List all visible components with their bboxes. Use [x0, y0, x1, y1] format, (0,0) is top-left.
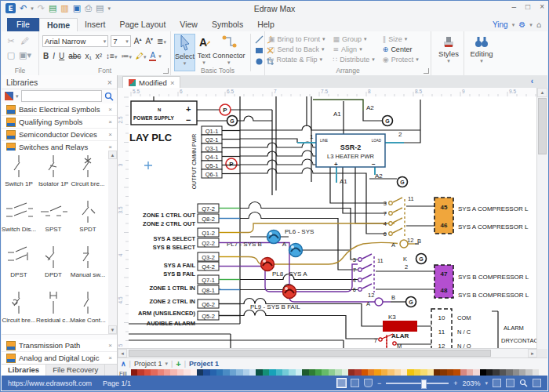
collapse-panel-icon[interactable]: ‹ — [531, 77, 533, 85]
symbol-partial[interactable] — [71, 332, 105, 335]
alarm-relay-box[interactable] — [383, 321, 417, 332]
library-search-input[interactable] — [21, 90, 102, 102]
font-dialog-launcher-icon[interactable] — [163, 68, 169, 74]
paste-icon[interactable]: ▢ — [7, 50, 15, 60]
symbol-isolator-1p[interactable]: Isolator 1P — [36, 151, 71, 196]
bullets-button[interactable]: ≔▾ — [120, 52, 133, 60]
font-size-select[interactable]: 7▾ — [111, 35, 131, 47]
horizontal-scrollbar[interactable]: ◄ ► — [118, 348, 537, 358]
tab-file[interactable]: File — [7, 18, 39, 31]
symbol-make-cont-[interactable]: Make Cont... — [71, 287, 105, 332]
page-tab[interactable]: Project 1 — [189, 360, 219, 368]
library-item-analog-and-digital-logic[interactable]: Analog and Digital Logic× — [2, 352, 117, 365]
page-selector[interactable]: Project 1 — [134, 360, 162, 368]
library-close-icon[interactable]: × — [108, 354, 112, 361]
symbol-partial[interactable] — [36, 332, 71, 335]
arrange-protect[interactable]: ◉Protect▾ — [383, 56, 419, 64]
libraries-close-icon[interactable]: × — [107, 78, 112, 87]
view-presentation-icon[interactable] — [364, 379, 373, 387]
pages-icon[interactable] — [506, 379, 514, 387]
tab-home[interactable]: Home — [39, 18, 78, 31]
scroll-right-icon[interactable]: ► — [528, 349, 537, 358]
document-tab[interactable]: Modified × — [122, 76, 180, 89]
superscript-button[interactable]: x² — [95, 52, 103, 60]
document-close-icon[interactable]: × — [170, 78, 175, 87]
page-selector-dropdown-icon[interactable]: ▾ — [165, 361, 168, 367]
arrange-size[interactable]: ∥Size▾ — [383, 35, 419, 43]
line-spacing-button[interactable]: ↕≡▾ — [105, 52, 118, 60]
library-item-semiconductor-devices[interactable]: Semiconductor Devices× — [2, 129, 117, 141]
shrink-font-button[interactable]: A▾ — [144, 36, 154, 45]
gear-icon[interactable]: ⚙ — [518, 20, 525, 29]
zoom-out-button[interactable]: − — [377, 379, 381, 387]
tab-help[interactable]: Help — [250, 18, 282, 31]
maximize-button[interactable]: □ — [525, 2, 530, 11]
line-shape-icon[interactable] — [255, 35, 264, 44]
user-dropdown-icon[interactable]: ▾ — [512, 22, 515, 28]
highlight-button[interactable]: 🖍▾ — [135, 52, 147, 60]
library-item-basic-electrical-symbols[interactable]: Basic Electrical Symbols× — [2, 103, 117, 116]
symbol-manual-sw-[interactable]: Manual sw... — [71, 241, 105, 287]
library-close-icon[interactable]: × — [108, 143, 112, 151]
text-tool-button[interactable]: A Text▾ — [197, 34, 211, 70]
symbols-scrollbar[interactable]: ▲ ▼ — [108, 151, 117, 334]
arrange-dialog-launcher-icon[interactable] — [424, 68, 429, 74]
scroll-down-icon[interactable]: ▼ — [108, 325, 117, 334]
rectangle-shape-icon[interactable] — [255, 46, 264, 55]
options-dropdown-icon[interactable]: ▾ — [529, 22, 533, 28]
library-close-icon[interactable]: × — [108, 118, 112, 125]
arrange-distribute[interactable]: ∷Distribute▾ — [333, 56, 375, 64]
arrange-send-to-back[interactable]: ▢Send to Back▾ — [268, 45, 325, 53]
symbol-switch-dis-[interactable]: Switch Dis... — [2, 196, 36, 241]
close-button[interactable]: × — [540, 2, 544, 11]
zoom-in-button[interactable]: + — [453, 379, 457, 387]
grid-icon[interactable] — [533, 379, 541, 387]
strikethrough-button[interactable]: abc — [67, 52, 82, 60]
font-name-select[interactable]: Arial Narrow▾ — [42, 35, 108, 47]
symbol-dpdt[interactable]: DPDT — [36, 241, 71, 287]
arrange-align[interactable]: ≡Align▾ — [333, 45, 375, 53]
symbol-spst[interactable]: SPST — [36, 196, 71, 241]
zoom-dropdown-icon[interactable]: ▾ — [485, 380, 488, 387]
zoom-slider-knob[interactable] — [421, 379, 427, 389]
tab-insert[interactable]: Insert — [78, 18, 112, 31]
arrange-group[interactable]: ▦Group▾ — [333, 35, 375, 43]
search-icon[interactable] — [104, 92, 114, 101]
copy-icon[interactable]: ▣▾ — [19, 50, 31, 60]
add-page-icon[interactable]: + — [176, 359, 180, 368]
vertical-scroll-thumb[interactable] — [538, 98, 547, 154]
styles-button[interactable]: Styles▾ — [434, 34, 463, 70]
vertical-scrollbar[interactable]: ▲ — [536, 88, 547, 349]
fit-window-icon[interactable] — [493, 379, 501, 387]
scroll-left-icon[interactable]: ◄ — [118, 349, 127, 358]
lamp-pl9[interactable] — [283, 285, 296, 299]
grow-font-button[interactable]: A▴ — [133, 36, 143, 45]
user-name[interactable]: Ying — [493, 20, 508, 29]
symbol-spdt[interactable]: SPDT — [71, 196, 105, 241]
lamp-pl8[interactable] — [261, 258, 274, 271]
library-close-icon[interactable]: × — [108, 342, 112, 349]
pages-list-icon[interactable]: ∧ — [121, 360, 126, 368]
symbol-circuit-bre-[interactable]: Circuit bre... — [2, 287, 36, 332]
library-item-qualifying-symbols[interactable]: Qualifying Symbols× — [2, 116, 117, 129]
minimize-button[interactable]: – — [512, 2, 517, 11]
ellipse-shape-icon[interactable] — [255, 57, 264, 66]
symbol-partial[interactable] — [2, 332, 36, 335]
view-normal-icon[interactable] — [337, 379, 346, 387]
wiring-diagram[interactable]: N POWER SUPPLY + − LAY PLC OUTPUT CMMN P… — [129, 96, 540, 349]
scroll-up-icon[interactable]: ▲ — [108, 151, 117, 159]
arrange-center[interactable]: ⊕Center — [383, 45, 419, 53]
arrange-rotate-flip[interactable]: ↻Rotate & Flip▾ — [268, 56, 325, 64]
lamp-pl6[interactable] — [267, 230, 281, 244]
font-color-button[interactable]: A — [149, 51, 156, 61]
tab-symbols[interactable]: Symbols — [205, 18, 250, 31]
cut-icon[interactable]: ✂ — [7, 36, 14, 46]
text-align-button[interactable]: ≣▾ — [156, 37, 167, 45]
library-close-icon[interactable]: × — [108, 131, 112, 138]
zoom-level[interactable]: 203% — [462, 379, 480, 387]
connector-tool-button[interactable]: Connector▾ — [213, 34, 245, 70]
status-url[interactable]: https://www.edrawsoft.com — [8, 379, 92, 387]
symbol-switch-1p[interactable]: Switch 1P — [2, 151, 36, 196]
library-item-transmission-path[interactable]: Transmission Path× — [2, 339, 117, 352]
symbol-residual-c-[interactable]: Residual c... — [36, 287, 71, 332]
